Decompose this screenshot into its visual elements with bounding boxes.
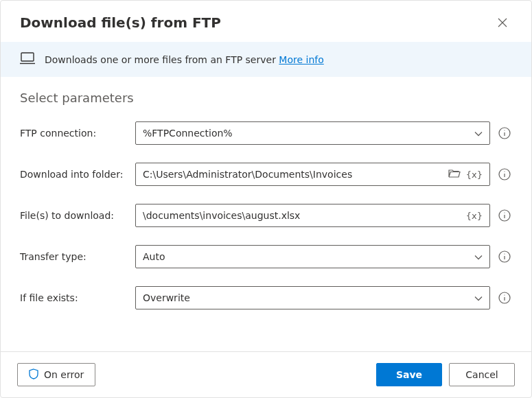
input-download-folder[interactable]: C:\Users\Administrator\Documents\Invoice… — [135, 163, 490, 186]
chevron-down-icon — [474, 128, 483, 139]
footer-actions: Save Cancel — [376, 363, 515, 386]
info-if-file-exists[interactable] — [497, 290, 512, 305]
input-download-folder-value: C:\Users\Administrator\Documents\Invoice… — [143, 169, 443, 180]
info-download-folder[interactable] — [497, 167, 512, 182]
svg-point-7 — [504, 171, 505, 172]
select-if-file-exists-value: Overwrite — [143, 292, 469, 303]
info-ftp-connection[interactable] — [497, 126, 512, 141]
variable-picker-button[interactable]: {x} — [466, 211, 483, 221]
input-files-to-download[interactable]: \documents\invoices\august.xlsx {x} — [135, 204, 490, 227]
svg-point-13 — [504, 253, 505, 254]
input-files-to-download-value: \documents\invoices\august.xlsx — [143, 210, 461, 221]
row-download-folder: Download into folder: C:\Users\Administr… — [20, 163, 512, 186]
select-ftp-connection[interactable]: %FTPConnection% — [135, 121, 490, 145]
cancel-button-label: Cancel — [465, 369, 498, 380]
row-files-to-download: File(s) to download: \documents\invoices… — [20, 204, 512, 227]
select-if-file-exists[interactable]: Overwrite — [135, 286, 490, 309]
banner-text-content: Downloads one or more files from an FTP … — [45, 54, 279, 65]
select-transfer-type-value: Auto — [143, 251, 469, 262]
label-ftp-connection: FTP connection: — [20, 128, 128, 139]
label-if-file-exists: If file exists: — [20, 292, 128, 303]
on-error-label: On error — [44, 369, 84, 380]
svg-point-16 — [504, 294, 505, 295]
dialog: Download file(s) from FTP Downloads one … — [0, 0, 532, 398]
dialog-footer: On error Save Cancel — [1, 351, 531, 397]
dialog-header: Download file(s) from FTP — [1, 1, 531, 42]
row-ftp-connection: FTP connection: %FTPConnection% — [20, 121, 512, 145]
save-button[interactable]: Save — [376, 363, 442, 386]
close-icon — [498, 18, 507, 27]
dialog-title: Download file(s) from FTP — [20, 14, 221, 31]
banner-text: Downloads one or more files from an FTP … — [45, 54, 324, 65]
select-ftp-connection-value: %FTPConnection% — [143, 128, 469, 139]
more-info-link[interactable]: More info — [279, 54, 323, 65]
shield-icon — [29, 368, 38, 382]
section-title: Select parameters — [20, 91, 512, 105]
on-error-button[interactable]: On error — [17, 363, 95, 386]
svg-point-10 — [504, 212, 505, 213]
close-button[interactable] — [493, 13, 512, 32]
cancel-button[interactable]: Cancel — [449, 363, 515, 386]
info-files-to-download[interactable] — [497, 208, 512, 223]
variable-picker-button[interactable]: {x} — [466, 169, 483, 180]
label-transfer-type: Transfer type: — [20, 251, 128, 262]
select-transfer-type[interactable]: Auto — [135, 245, 490, 268]
row-transfer-type: Transfer type: Auto — [20, 245, 512, 268]
content-area: Select parameters FTP connection: %FTPCo… — [1, 77, 531, 351]
svg-rect-0 — [21, 53, 34, 61]
label-files-to-download: File(s) to download: — [20, 210, 128, 221]
info-banner: Downloads one or more files from an FTP … — [1, 42, 531, 77]
chevron-down-icon — [474, 292, 483, 303]
browse-folder-button[interactable] — [448, 169, 461, 180]
info-transfer-type[interactable] — [497, 249, 512, 264]
chevron-down-icon — [474, 251, 483, 262]
label-download-folder: Download into folder: — [20, 169, 128, 180]
row-if-file-exists: If file exists: Overwrite — [20, 286, 512, 309]
svg-point-4 — [504, 130, 505, 130]
save-button-label: Save — [396, 369, 422, 380]
monitor-icon — [20, 51, 35, 67]
